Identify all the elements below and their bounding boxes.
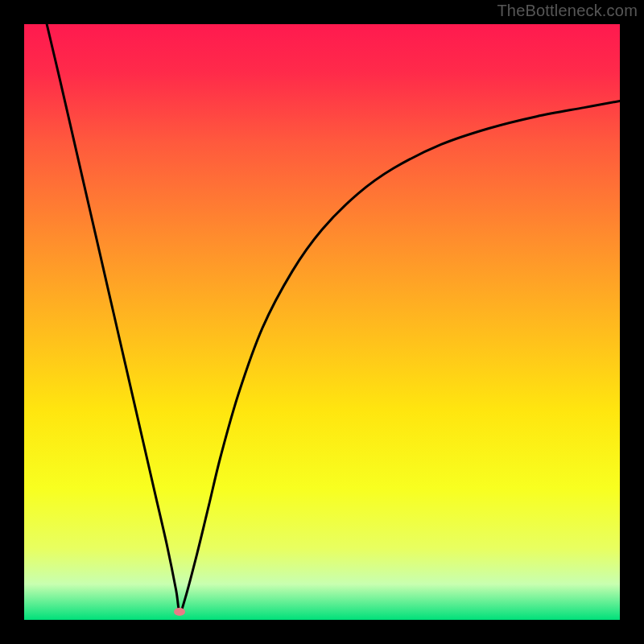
bottleneck-curve (24, 24, 620, 620)
plot-area (24, 24, 620, 620)
optimal-marker (174, 608, 185, 616)
attribution-text: TheBottleneck.com (497, 2, 638, 20)
chart-frame: TheBottleneck.com (0, 0, 644, 644)
